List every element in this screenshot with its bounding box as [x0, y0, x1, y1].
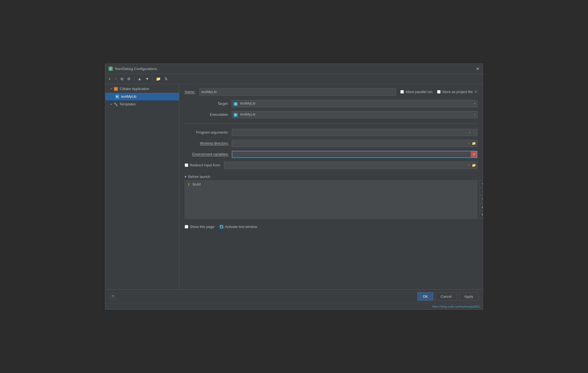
store-project-group: Store as project file ⚙	[437, 90, 477, 94]
env-vars-input-wrapper: ⊞	[232, 151, 477, 158]
wrench-icon: 🔧	[114, 102, 118, 106]
program-args-expand-button[interactable]: +	[468, 131, 472, 134]
sort-button[interactable]: ⇅	[163, 76, 169, 82]
env-vars-label: Environment variables:	[185, 152, 229, 156]
executable-dropdown[interactable]: ▶ testMyLib ▾	[232, 111, 477, 118]
before-launch-label: Before launch	[188, 175, 210, 179]
before-launch-add-button[interactable]: +	[479, 180, 483, 187]
before-launch-list: ⬆ Build	[185, 180, 477, 219]
dialog-footer: ? OK Cancel Apply	[105, 289, 483, 303]
move-up-button[interactable]: ▲	[136, 76, 142, 82]
working-dir-row: Working directory: + 📁	[185, 140, 477, 147]
folder-button[interactable]: 📁	[155, 76, 162, 82]
env-vars-row: Environment variables: ⊞	[185, 151, 477, 158]
target-dropdown[interactable]: ▶ testMyLib ▾	[232, 100, 477, 107]
before-launch-area: ⬆ Build + − ✎ ▲ ▼	[185, 180, 477, 219]
chevron-down-icon: ▾	[474, 102, 475, 105]
chevron-down-icon: ▾	[111, 87, 112, 90]
status-url: https://blog.csdn.net/hezhongta0811	[432, 305, 481, 308]
before-launch-down-button[interactable]: ▼	[479, 211, 483, 218]
executable-dropdown-icon: ▶	[234, 113, 238, 117]
remove-config-button[interactable]: −	[113, 76, 118, 82]
store-project-label: Store as project file	[442, 90, 473, 94]
target-dropdown-icon: ▶	[234, 102, 238, 106]
divider-1	[185, 123, 477, 124]
close-button[interactable]: ✕	[476, 66, 479, 71]
templates-label: Templates	[119, 102, 136, 106]
footer-left: ?	[110, 293, 116, 300]
allow-parallel-group: Allow parallel run	[400, 90, 433, 94]
working-dir-browse-button[interactable]: 📁	[471, 141, 477, 145]
redirect-input-row: Redirect input from: + 📁	[185, 161, 477, 169]
build-list-item[interactable]: ⬆ Build	[185, 181, 477, 188]
before-launch-up-button[interactable]: ▲	[479, 203, 483, 210]
cancel-button[interactable]: Cancel	[435, 292, 457, 300]
sidebar-item-templates[interactable]: ▸ 🔧 Templates	[105, 100, 179, 108]
program-args-row: Program arguments: + ⬚	[185, 129, 477, 136]
before-launch-side-buttons: + − ✎ ▲ ▼	[479, 180, 483, 218]
title-bar-left: C Run/Debug Configurations	[109, 66, 157, 71]
redirect-browse-button[interactable]: 📁	[471, 163, 477, 167]
before-launch-remove-button[interactable]: −	[479, 188, 483, 195]
target-label: Target:	[185, 102, 229, 106]
activate-tool-checkbox[interactable]	[220, 225, 223, 229]
redirect-input-checkbox[interactable]	[185, 163, 188, 167]
bottom-options: Show this page Activate tool window	[185, 225, 477, 229]
help-button[interactable]: ?	[110, 293, 116, 300]
sidebar-item-testmylib[interactable]: ▶ testMyLib	[105, 93, 179, 100]
build-item-label: Build	[193, 182, 201, 186]
working-dir-label: Working directory:	[185, 141, 229, 145]
dialog-title: Run/Debug Configurations	[115, 67, 157, 71]
redirect-input[interactable]	[224, 162, 467, 168]
ok-button[interactable]: OK	[418, 292, 433, 300]
target-row: Target: ▶ testMyLib ▾	[185, 100, 477, 108]
before-launch-edit-button[interactable]: ✎	[479, 196, 483, 203]
name-label: Name:	[185, 90, 195, 94]
env-vars-input[interactable]	[232, 151, 471, 157]
gear-icon: ⚙	[474, 90, 477, 94]
redirect-label: Redirect input from:	[190, 163, 221, 167]
env-vars-table-button[interactable]: ⊞	[471, 151, 477, 157]
program-args-browse-button[interactable]: ⬚	[472, 131, 477, 134]
allow-parallel-label: Allow parallel run	[406, 90, 433, 94]
show-page-option: Show this page	[185, 225, 214, 229]
executable-value: testMyLib	[240, 112, 256, 116]
main-content: ▾ ≡ CMake Application ▶ testMyLib ▸ 🔧 Te…	[105, 84, 483, 289]
chevron-down-icon: ▾	[474, 113, 475, 116]
copy-config-button[interactable]: ⧉	[119, 76, 124, 82]
cmake-application-label: CMake Application	[120, 87, 149, 91]
working-dir-input[interactable]	[232, 140, 467, 146]
add-config-button[interactable]: +	[107, 76, 112, 82]
activate-tool-label: Activate tool window	[225, 225, 257, 229]
activate-tool-option: Activate tool window	[220, 225, 257, 229]
app-icon: C	[109, 66, 113, 71]
toolbar-separator-2	[152, 76, 153, 82]
run-debug-dialog: C Run/Debug Configurations ✕ + − ⧉ ⚙ ▲ ▼…	[105, 63, 483, 310]
toolbar: + − ⧉ ⚙ ▲ ▼ 📁 ⇅	[105, 74, 483, 84]
footer-right: OK Cancel Apply	[418, 292, 478, 300]
collapse-icon: ▾	[185, 175, 187, 179]
working-dir-add-button[interactable]: +	[467, 141, 471, 145]
working-dir-input-wrapper: + 📁	[232, 140, 477, 147]
redirect-checkbox-group: Redirect input from:	[185, 163, 221, 167]
redirect-add-button[interactable]: +	[467, 163, 471, 167]
executable-label: Executable:	[185, 112, 229, 117]
sidebar-item-cmake-application[interactable]: ▾ ≡ CMake Application	[105, 85, 179, 93]
name-input[interactable]	[199, 88, 396, 96]
store-project-checkbox[interactable]	[437, 90, 441, 94]
before-launch-header: ▾ Before launch	[185, 175, 477, 179]
show-page-checkbox[interactable]	[185, 225, 188, 229]
settings-button[interactable]: ⚙	[126, 76, 132, 82]
move-down-button[interactable]: ▼	[144, 76, 150, 82]
testmylib-label: testMyLib	[121, 94, 136, 99]
apply-button[interactable]: Apply	[459, 292, 478, 300]
allow-parallel-checkbox[interactable]	[400, 90, 404, 94]
executable-row: Executable: ▶ testMyLib ▾	[185, 111, 477, 118]
right-panel: Name: Allow parallel run Store as projec…	[179, 84, 483, 289]
program-args-input-wrapper: + ⬚	[232, 129, 477, 136]
status-bar: https://blog.csdn.net/hezhongta0811	[105, 303, 483, 310]
program-args-input[interactable]	[232, 129, 468, 135]
cmake-icon: ≡	[114, 87, 118, 91]
chevron-right-icon: ▸	[111, 103, 112, 106]
sidebar: ▾ ≡ CMake Application ▶ testMyLib ▸ 🔧 Te…	[105, 84, 179, 289]
